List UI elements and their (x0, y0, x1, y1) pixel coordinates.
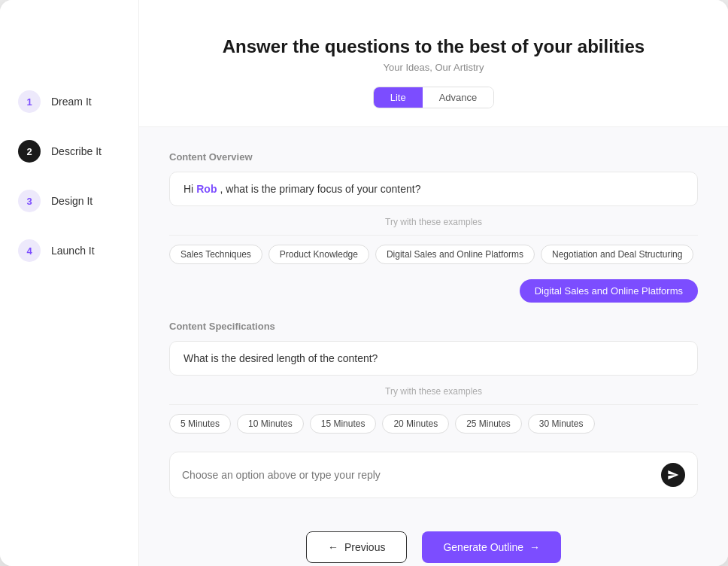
overview-chips-row: Sales Techniques Product Knowledge Digit… (169, 245, 698, 264)
tab-advance[interactable]: Advance (423, 87, 494, 108)
reply-input[interactable] (182, 469, 661, 481)
footer: ← Previous Generate Outline → (139, 513, 728, 566)
main-content: Answer the questions to the best of your… (139, 0, 728, 566)
chip-25-minutes[interactable]: 25 Minutes (455, 414, 522, 434)
chip-15-minutes[interactable]: 15 Minutes (310, 414, 377, 434)
examples-label-overview: Try with these examples (169, 217, 698, 227)
content-overview-section: Content Overview Hi Rob, what is the pri… (169, 151, 698, 303)
page-title: Answer the questions to the best of your… (154, 36, 713, 57)
question-body: what is the primary focus of your conten… (226, 183, 420, 195)
chip-20-minutes[interactable]: 20 Minutes (382, 414, 449, 434)
divider-overview (169, 235, 698, 236)
chip-sales-techniques[interactable]: Sales Techniques (169, 245, 262, 264)
chip-digital-sales[interactable]: Digital Sales and Online Platforms (375, 245, 535, 264)
left-arrow-icon: ← (328, 541, 338, 553)
sidebar: 1 Dream It 2 Describe It 3 Design It 4 L… (0, 0, 139, 566)
content-specs-title: Content Specifications (169, 321, 698, 332)
step-1-circle: 1 (18, 90, 41, 113)
app-window: 1 Dream It 2 Describe It 3 Design It 4 L… (0, 0, 728, 566)
content-area: Content Overview Hi Rob, what is the pri… (139, 127, 728, 513)
sidebar-item-describe-it[interactable]: 2 Describe It (18, 140, 138, 163)
sidebar-item-dream-it-label: Dream It (51, 96, 92, 108)
sidebar-item-describe-it-label: Describe It (51, 145, 102, 157)
specs-question-text: What is the desired length of the conten… (184, 352, 378, 364)
divider-specs (169, 404, 698, 405)
generate-label: Generate Outline (443, 541, 523, 553)
chip-product-knowledge[interactable]: Product Knowledge (268, 245, 369, 264)
step-2-circle: 2 (18, 140, 41, 163)
greeting-hi: Hi (184, 183, 193, 195)
specs-chips-row: 5 Minutes 10 Minutes 15 Minutes 20 Minut… (169, 414, 698, 434)
generate-outline-button[interactable]: Generate Outline → (422, 531, 561, 563)
header: Answer the questions to the best of your… (139, 0, 728, 127)
selected-pill-digital-sales: Digital Sales and Online Platforms (520, 279, 698, 303)
previous-label: Previous (344, 541, 385, 553)
chip-10-minutes[interactable]: 10 Minutes (237, 414, 304, 434)
tab-lite[interactable]: Lite (374, 87, 423, 108)
content-specs-question-box: What is the desired length of the conten… (169, 341, 698, 376)
sidebar-item-design-it[interactable]: 3 Design It (18, 190, 138, 212)
tab-group: Lite Advance (373, 87, 495, 108)
sidebar-item-dream-it[interactable]: 1 Dream It (18, 90, 138, 113)
step-3-circle: 3 (18, 190, 41, 212)
content-specifications-section: Content Specifications What is the desir… (169, 321, 698, 434)
send-button[interactable] (661, 463, 685, 487)
send-icon (667, 469, 679, 481)
content-overview-question-box: Hi Rob, what is the primary focus of you… (169, 172, 698, 206)
reply-input-row (169, 452, 698, 498)
page-subtitle: Your Ideas, Our Artistry (154, 62, 713, 73)
question-text: , (220, 183, 223, 195)
sidebar-item-launch-it[interactable]: 4 Launch It (18, 239, 138, 262)
greeting-name: Rob (196, 183, 217, 195)
previous-button[interactable]: ← Previous (306, 531, 407, 563)
examples-label-specs: Try with these examples (169, 386, 698, 397)
chip-30-minutes[interactable]: 30 Minutes (528, 414, 595, 434)
sidebar-item-design-it-label: Design It (51, 195, 93, 207)
content-overview-title: Content Overview (169, 151, 698, 163)
chip-5-minutes[interactable]: 5 Minutes (169, 414, 231, 434)
right-arrow-icon: → (529, 541, 540, 553)
chip-negotiation[interactable]: Negotiation and Deal Structuring (541, 245, 693, 264)
sidebar-item-launch-it-label: Launch It (51, 245, 95, 257)
step-4-circle: 4 (18, 239, 41, 262)
